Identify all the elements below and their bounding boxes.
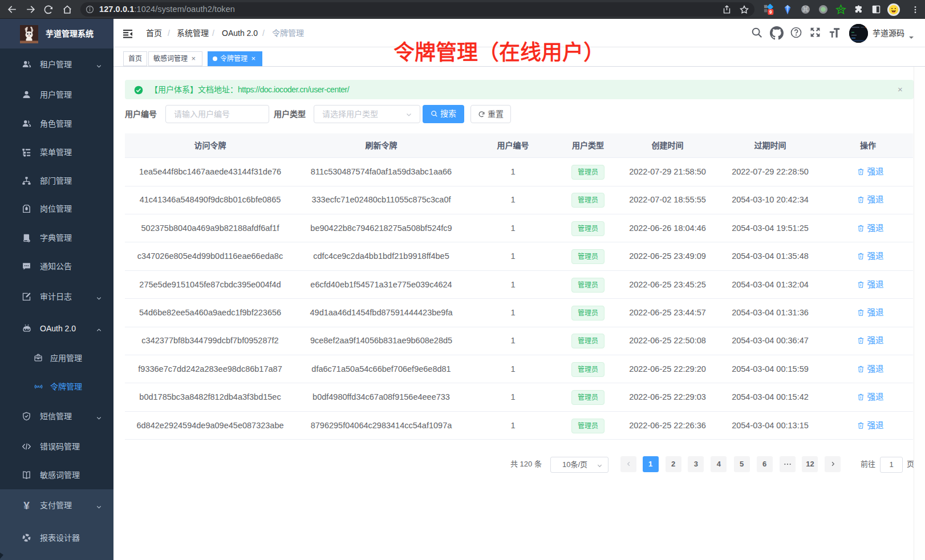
svg-text:⌘: ⌘ xyxy=(802,6,808,13)
svg-text:A: A xyxy=(37,385,40,388)
svg-text:9: 9 xyxy=(769,10,772,15)
